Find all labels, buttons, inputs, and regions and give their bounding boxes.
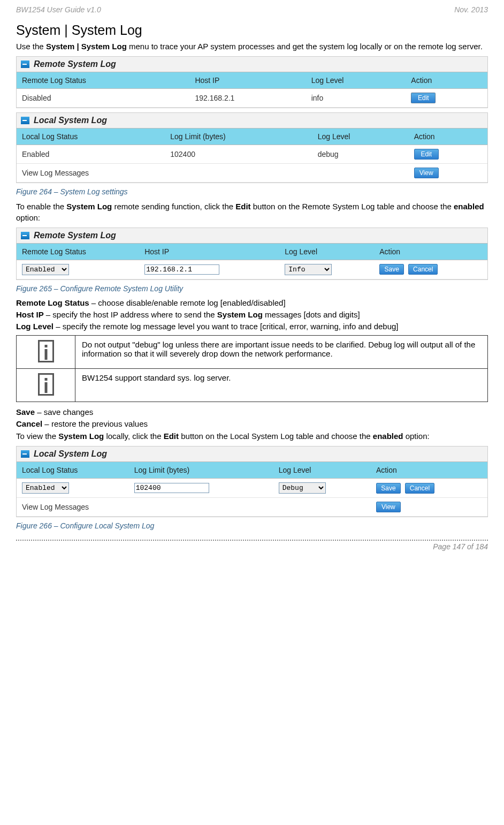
cell-viewlabel: View Log Messages — [17, 164, 409, 183]
save-button[interactable]: Save — [379, 264, 404, 275]
col-header: Log Level — [306, 72, 406, 89]
col-header: Log Limit (bytes) — [129, 462, 273, 479]
remote-system-log-panel: Remote System Log Remote Log Status Host… — [16, 56, 488, 108]
panel-title: Local System Log — [17, 113, 487, 128]
cell-limit: 102400 — [165, 145, 312, 164]
collapse-icon[interactable] — [21, 232, 29, 239]
term-remote-log-status: Remote Log Status – choose disable/enabl… — [16, 298, 488, 307]
header-right: Nov. 2013 — [454, 5, 488, 14]
info-row: Do not output "debug" log unless there a… — [17, 335, 488, 368]
col-header: Action — [409, 128, 487, 145]
panel-title: Remote System Log — [17, 57, 487, 72]
cell-status: Enabled — [17, 145, 165, 164]
col-header: Host IP — [139, 243, 279, 260]
collapse-icon[interactable] — [21, 117, 29, 124]
table-row: Enabled Debug Save Cancel — [17, 479, 487, 498]
page-number: Page 147 of 184 — [433, 542, 488, 551]
term-host-ip: Host IP – specify the host IP address wh… — [16, 310, 488, 319]
info-row: BW1254 support standard sys. log server. — [17, 368, 488, 402]
remote-log-edit-table: Remote Log Status Host IP Log Level Acti… — [17, 243, 487, 279]
info-text: BW1254 support standard sys. log server. — [75, 368, 488, 402]
cell-status: Enabled — [17, 260, 139, 279]
term-cancel: Cancel – restore the previous values — [16, 419, 488, 428]
info-icon — [38, 373, 54, 396]
status-select[interactable]: Enabled — [22, 482, 69, 494]
col-header: Action — [371, 462, 487, 479]
view-local-paragraph: To view the System Log locally, click th… — [16, 431, 488, 442]
loglimit-input[interactable] — [134, 483, 209, 493]
page-header: BW1254 User Guide v1.0 Nov. 2013 — [16, 0, 488, 18]
local-system-log-edit-panel: Local System Log Local Log Status Log Li… — [16, 446, 488, 517]
figure-caption-265: Figure 265 – Configure Remote System Log… — [16, 284, 488, 293]
info-icon — [38, 340, 54, 362]
local-log-table: Local Log Status Log Limit (bytes) Log L… — [17, 128, 487, 183]
col-header: Local Log Status — [17, 128, 165, 145]
enable-remote-paragraph: To enable the System Log remote sending … — [16, 201, 488, 223]
cancel-button[interactable]: Cancel — [408, 264, 438, 275]
info-table: Do not output "debug" log unless there a… — [16, 335, 488, 402]
col-header: Action — [406, 72, 487, 89]
view-button[interactable]: View — [376, 502, 401, 512]
cell-status: Disabled — [17, 89, 189, 108]
cell-viewlabel: View Log Messages — [17, 498, 371, 517]
table-row: Enabled 102400 debug Edit — [17, 145, 487, 164]
edit-button[interactable]: Edit — [411, 93, 436, 103]
table-row: Enabled Info Save Cancel — [17, 260, 487, 279]
page-footer: Page 147 of 184 — [16, 540, 488, 551]
term-log-level: Log Level – specify the remote log messa… — [16, 322, 488, 331]
col-header: Log Level — [279, 243, 374, 260]
info-icon-cell — [17, 368, 75, 402]
panel-title: Remote System Log — [17, 228, 487, 243]
cell-action: View — [371, 498, 487, 517]
cell-status: Enabled — [17, 479, 129, 498]
cell-level: info — [306, 89, 406, 108]
panel-title: Local System Log — [17, 446, 487, 461]
cell-limit — [129, 479, 273, 498]
edit-button[interactable]: Edit — [414, 149, 439, 160]
cell-level: debug — [312, 145, 409, 164]
cell-action: Edit — [409, 145, 487, 164]
term-save: Save – save changes — [16, 407, 488, 417]
cell-hostip — [139, 260, 279, 279]
loglevel-select[interactable]: Info — [285, 264, 332, 275]
save-button[interactable]: Save — [376, 483, 401, 494]
remote-system-log-edit-panel: Remote System Log Remote Log Status Host… — [16, 228, 488, 280]
col-header: Action — [374, 243, 487, 260]
table-row: View Log Messages View — [17, 498, 487, 517]
cell-action: Save Cancel — [374, 260, 487, 279]
remote-log-table: Remote Log Status Host IP Log Level Acti… — [17, 72, 487, 108]
col-header: Host IP — [189, 72, 306, 89]
table-row: View Log Messages View — [17, 164, 487, 183]
cancel-button[interactable]: Cancel — [405, 483, 434, 494]
hostip-input[interactable] — [144, 264, 219, 275]
figure-caption-264: Figure 264 – System Log settings — [16, 187, 488, 196]
status-select[interactable]: Enabled — [22, 264, 69, 275]
cell-action: View — [409, 164, 487, 183]
cell-action: Edit — [406, 89, 487, 108]
cell-action: Save Cancel — [371, 479, 487, 498]
loglevel-select[interactable]: Debug — [279, 482, 326, 494]
section-heading: System | System Log — [16, 22, 488, 38]
col-header: Local Log Status — [17, 462, 129, 479]
figure-caption-266: Figure 266 – Configure Local System Log — [16, 521, 488, 530]
local-system-log-panel: Local System Log Local Log Status Log Li… — [16, 112, 488, 183]
intro-paragraph: Use the System | System Log menu to trac… — [16, 41, 488, 52]
info-icon-cell — [17, 335, 75, 368]
col-header: Log Level — [312, 128, 409, 145]
col-header: Log Limit (bytes) — [165, 128, 312, 145]
col-header: Log Level — [273, 462, 371, 479]
info-text: Do not output "debug" log unless there a… — [75, 335, 488, 368]
collapse-icon[interactable] — [21, 60, 29, 68]
cell-level: Info — [279, 260, 374, 279]
local-log-edit-table: Local Log Status Log Limit (bytes) Log L… — [17, 461, 487, 517]
header-left: BW1254 User Guide v1.0 — [16, 5, 101, 14]
table-row: Disabled 192.168.2.1 info Edit — [17, 89, 487, 108]
col-header: Remote Log Status — [17, 243, 139, 260]
col-header: Remote Log Status — [17, 72, 189, 89]
cell-level: Debug — [273, 479, 371, 498]
collapse-icon[interactable] — [21, 450, 29, 458]
cell-hostip: 192.168.2.1 — [189, 89, 306, 108]
view-button[interactable]: View — [414, 168, 439, 178]
